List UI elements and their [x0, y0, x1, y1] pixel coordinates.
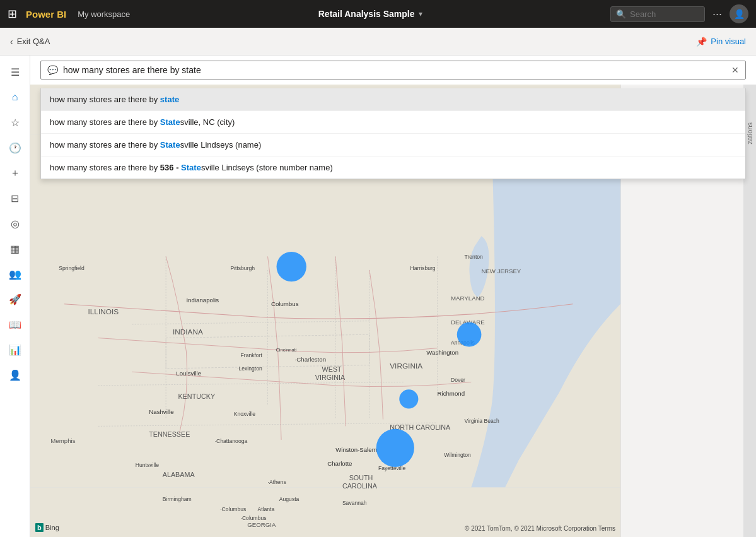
autocomplete-dropdown: how many stores are there by state how m…	[40, 88, 746, 179]
qa-input-wrapper: 💬 ✕	[40, 61, 746, 80]
svg-text:KENTUCKY: KENTUCKY	[178, 392, 216, 400]
svg-text:Springfield: Springfield	[59, 265, 84, 271]
sidebar-item-browse[interactable]: ⊟	[4, 187, 26, 209]
sidebar-item-home[interactable]: ⌂	[4, 86, 26, 109]
bing-logo: b Bing	[35, 523, 59, 532]
svg-text:Charlotte: Charlotte	[327, 460, 352, 467]
svg-text:Indianapolis: Indianapolis	[186, 297, 219, 304]
svg-text:Pittsburgh: Pittsburgh	[230, 265, 255, 271]
svg-text:INDIANA: INDIANA	[173, 328, 203, 336]
svg-text:TENNESSEE: TENNESSEE	[149, 430, 190, 438]
svg-text:Birmingham: Birmingham	[163, 496, 192, 502]
more-options-icon[interactable]: ···	[710, 5, 724, 23]
svg-text:Atlanta: Atlanta	[257, 506, 274, 512]
svg-text:ILLINOIS: ILLINOIS	[88, 307, 119, 316]
svg-point-58	[376, 429, 414, 467]
subbar: ‹ Exit Q&A 📌 Pin visual	[0, 28, 756, 56]
svg-text:WEST: WEST	[322, 365, 342, 373]
svg-text:Wilmington: Wilmington	[444, 452, 471, 458]
autocomplete-item-2[interactable]: how many stores are there by Statesville…	[41, 134, 745, 156]
svg-text:·Cincinnati: ·Cincinnati	[274, 347, 296, 353]
topbar: ⊞ Power BI My workspace Retail Analysis …	[0, 0, 756, 28]
sidebar-item-people[interactable]: 👥	[4, 263, 26, 285]
svg-text:Knoxville: Knoxville	[234, 411, 256, 417]
svg-text:Richmond: Richmond	[438, 390, 465, 397]
qa-input[interactable]	[63, 65, 726, 75]
svg-text:Frankfort: Frankfort	[241, 352, 263, 358]
svg-text:Harrisburg: Harrisburg	[410, 265, 435, 271]
svg-text:CAROLINA: CAROLINA	[342, 482, 378, 490]
sidebar-item-recents[interactable]: 🕐	[4, 136, 26, 159]
svg-point-57	[457, 322, 482, 347]
search-icon: 🔍	[616, 9, 626, 19]
avatar-icon: 👤	[734, 9, 745, 19]
workspace-label: My workspace	[78, 9, 130, 19]
brand-label: Power BI	[26, 9, 66, 20]
svg-text:·Lexington: ·Lexington	[237, 365, 262, 372]
svg-text:VIRGINIA: VIRGINIA	[390, 362, 422, 370]
svg-text:Nashville: Nashville	[149, 408, 173, 415]
svg-text:·Athens: ·Athens	[268, 479, 286, 485]
sidebar-item-account[interactable]: 👤	[4, 363, 26, 386]
svg-text:·Columbus: ·Columbus	[241, 515, 267, 521]
vertical-text: zations	[746, 122, 753, 145]
map-copyright: © 2021 TomTom, © 2021 Microsoft Corporat…	[465, 525, 615, 532]
svg-text:·Charleston: ·Charleston	[295, 356, 326, 363]
pin-label: Pin visual	[711, 37, 746, 46]
qa-section: 💬 ✕	[30, 56, 756, 85]
sidebar-item-learn[interactable]: 📖	[4, 313, 26, 336]
exit-qa-label[interactable]: Exit Q&A	[17, 37, 50, 46]
sidebar-item-goals[interactable]: ◎	[4, 212, 26, 235]
user-avatar[interactable]: 👤	[730, 4, 748, 23]
svg-text:Winston-Salem: Winston-Salem	[335, 446, 377, 453]
search-box[interactable]: 🔍	[610, 6, 705, 22]
topbar-center: Retail Analysis Sample ▾	[136, 9, 604, 19]
pin-icon: 📌	[696, 37, 707, 47]
bing-text: Bing	[45, 524, 59, 531]
svg-text:Washington: Washington	[426, 349, 458, 356]
svg-text:Louisville: Louisville	[176, 370, 201, 377]
search-input[interactable]	[630, 9, 699, 19]
svg-text:Savannah: Savannah	[342, 500, 367, 506]
svg-text:Trenton: Trenton	[465, 254, 484, 260]
grid-icon[interactable]: ⊞	[8, 7, 17, 21]
svg-text:Virginia Beach: Virginia Beach	[465, 418, 499, 424]
svg-point-59	[399, 389, 418, 408]
report-title-chevron-icon[interactable]: ▾	[419, 9, 422, 18]
sidebar-item-favorites[interactable]: ☆	[4, 111, 26, 134]
svg-text:VIRGINIA: VIRGINIA	[315, 374, 346, 381]
svg-text:Augusta: Augusta	[279, 496, 299, 502]
svg-text:·Chattanooga: ·Chattanooga	[215, 438, 248, 444]
svg-point-56	[277, 252, 306, 281]
autocomplete-item-1[interactable]: how many stores are there by Statesville…	[41, 111, 745, 134]
content-area: 💬 ✕ how many stores are there by state h…	[30, 56, 756, 537]
svg-text:Dover: Dover	[451, 377, 465, 383]
svg-text:ALABAMA: ALABAMA	[163, 471, 195, 478]
svg-text:SOUTH: SOUTH	[349, 474, 373, 481]
svg-text:Memphis: Memphis	[50, 437, 75, 444]
svg-text:NEW JERSEY: NEW JERSEY	[481, 268, 521, 274]
qa-bubble-icon: 💬	[47, 65, 58, 75]
qa-clear-icon[interactable]: ✕	[731, 65, 739, 75]
main-area: ☰ ⌂ ☆ 🕐 ＋ ⊟ ◎ ▦ 👥 🚀 📖 📊 👤 💬 ✕ how many s…	[0, 56, 756, 537]
svg-text:Columbus: Columbus	[271, 300, 299, 307]
svg-text:GEORGIA: GEORGIA	[247, 521, 276, 528]
sidebar-item-dashboards[interactable]: ▦	[4, 237, 26, 260]
svg-text:MARYLAND: MARYLAND	[451, 295, 485, 302]
sidebar-item-menu[interactable]: ☰	[4, 61, 26, 83]
autocomplete-item-0[interactable]: how many stores are there by state	[41, 88, 745, 111]
autocomplete-item-3[interactable]: how many stores are there by 536 - State…	[41, 156, 745, 179]
svg-text:·Columbus: ·Columbus	[220, 506, 246, 512]
back-arrow-icon[interactable]: ‹	[10, 37, 13, 47]
pin-visual-button[interactable]: 📌 Pin visual	[696, 37, 746, 47]
topbar-right: 🔍 ··· 👤	[610, 4, 748, 23]
sidebar: ☰ ⌂ ☆ 🕐 ＋ ⊟ ◎ ▦ 👥 🚀 📖 📊 👤	[0, 56, 30, 537]
subbar-left: ‹ Exit Q&A	[10, 37, 50, 47]
svg-text:Huntsville: Huntsville	[136, 462, 159, 468]
sidebar-item-apps[interactable]: 📊	[4, 338, 26, 361]
sidebar-item-deploy[interactable]: 🚀	[4, 288, 26, 310]
sidebar-item-create[interactable]: ＋	[4, 162, 26, 184]
report-title: Retail Analysis Sample	[318, 9, 415, 19]
